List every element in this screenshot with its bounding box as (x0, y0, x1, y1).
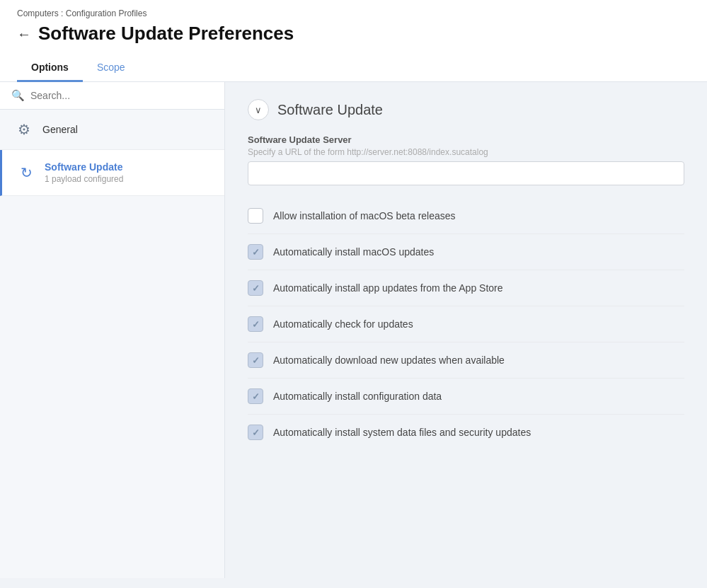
checkbox-config-data[interactable] (248, 388, 263, 404)
page-title: Software Update Preferences (38, 23, 294, 45)
section-header: ∨ Software Update (248, 99, 684, 120)
body-layout: 🔍 ⚙ General ↻ Software Update 1 payload … (0, 82, 707, 578)
checkbox-app-updates-label: Automatically install app updates from t… (273, 282, 503, 294)
breadcrumb-current: Configuration Profiles (66, 8, 147, 18)
checkbox-security-updates[interactable] (248, 425, 263, 440)
checkbox-row-download-updates: Automatically download new updates when … (248, 342, 684, 379)
sidebar-item-general[interactable]: ⚙ General (0, 110, 224, 150)
tab-scope[interactable]: Scope (83, 54, 139, 82)
sidebar-item-software-update-text: Software Update 1 payload configured (45, 161, 123, 184)
checkbox-download-updates[interactable] (248, 352, 263, 368)
form-section: Software Update Server Specify a URL of … (248, 134, 684, 450)
tab-options[interactable]: Options (17, 54, 83, 82)
checkbox-row-security-updates: Automatically install system data files … (248, 415, 684, 450)
search-bar: 🔍 (0, 82, 224, 110)
sidebar-item-general-text: General (42, 124, 78, 135)
sidebar-item-software-update-sub: 1 payload configured (45, 174, 123, 184)
tabs-bar: Options Scope (17, 54, 690, 81)
checkbox-beta[interactable] (248, 208, 263, 224)
checkbox-macos-updates[interactable] (248, 244, 263, 260)
checkbox-row-config-data: Automatically install configuration data (248, 379, 684, 415)
main-content: ∨ Software Update Software Update Server… (225, 82, 707, 578)
checkbox-list: Allow installation of macOS beta release… (248, 198, 684, 450)
search-input[interactable] (30, 90, 213, 101)
checkbox-config-data-label: Automatically install configuration data (273, 391, 442, 402)
checkbox-check-updates-label: Automatically check for updates (273, 318, 413, 330)
checkbox-download-updates-label: Automatically download new updates when … (273, 354, 505, 366)
sidebar-item-general-label: General (42, 124, 78, 135)
checkbox-row-macos-updates: Automatically install macOS updates (248, 234, 684, 270)
checkbox-beta-label: Allow installation of macOS beta release… (273, 210, 456, 221)
sidebar-item-software-update-label: Software Update (45, 161, 123, 173)
breadcrumb-separator: : (61, 8, 63, 18)
server-field-hint: Specify a URL of the form http://server.… (248, 147, 684, 157)
header: Computers : Configuration Profiles ← Sof… (0, 0, 707, 82)
server-field-label: Software Update Server (248, 134, 684, 145)
collapse-button[interactable]: ∨ (248, 99, 269, 120)
checkbox-check-updates[interactable] (248, 316, 263, 332)
checkbox-security-updates-label: Automatically install system data files … (273, 427, 531, 438)
checkbox-app-updates[interactable] (248, 280, 263, 296)
sidebar-item-software-update[interactable]: ↻ Software Update 1 payload configured (0, 150, 224, 196)
checkbox-row-app-updates: Automatically install app updates from t… (248, 270, 684, 306)
server-url-input[interactable] (248, 161, 684, 185)
checkbox-macos-updates-label: Automatically install macOS updates (273, 246, 434, 258)
sidebar: 🔍 ⚙ General ↻ Software Update 1 payload … (0, 82, 225, 578)
gear-icon: ⚙ (14, 121, 34, 138)
server-field-group: Software Update Server Specify a URL of … (248, 134, 684, 185)
refresh-icon: ↻ (16, 164, 36, 181)
breadcrumb: Computers : Configuration Profiles (17, 8, 690, 18)
checkbox-row-check-updates: Automatically check for updates (248, 306, 684, 342)
checkbox-row-beta: Allow installation of macOS beta release… (248, 198, 684, 234)
breadcrumb-parent: Computers (17, 8, 59, 18)
search-icon: 🔍 (11, 89, 25, 102)
page-title-row: ← Software Update Preferences (17, 23, 690, 45)
chevron-down-icon: ∨ (255, 105, 262, 115)
back-button[interactable]: ← (17, 27, 31, 41)
section-title: Software Update (277, 102, 383, 118)
